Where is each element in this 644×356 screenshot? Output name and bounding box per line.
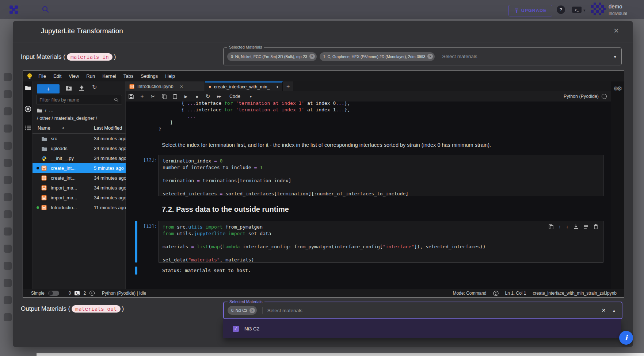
file-row-import-ma-[interactable]: import_ma...34 minutes ago: [33, 183, 126, 193]
file-row-introductio-[interactable]: Introductio...11 minutes ago: [33, 203, 126, 213]
command-mode-indicator[interactable]: Mode: Command: [453, 291, 486, 296]
background-app-icon: [4, 142, 12, 150]
kernel-name[interactable]: Python (Pyodide): [564, 94, 599, 99]
new-tab-button[interactable]: +: [283, 81, 293, 91]
sort-ascending-icon[interactable]: ▲: [62, 126, 65, 129]
code-line: ]: [159, 119, 350, 126]
file-row--init-py[interactable]: __init__.py34 minutes ago: [33, 153, 126, 163]
file-row-uploads[interactable]: uploads34 minutes ago: [33, 143, 126, 153]
move-cell-up-icon[interactable]: ↑: [559, 224, 561, 229]
tab-introduction-ipynb[interactable]: Introduction.ipynb ×: [126, 81, 205, 91]
terminals-icon[interactable]: $_: [75, 291, 80, 295]
file-name: import_ma...: [51, 185, 77, 191]
run-cell-button[interactable]: ▶: [180, 94, 191, 99]
menu-edit[interactable]: Edit: [50, 73, 65, 79]
column-last-modified[interactable]: Last Modified: [94, 125, 122, 131]
cut-cells-button[interactable]: ✂: [148, 93, 159, 99]
material-chip[interactable]: 0: Ni, Nickel, FCC (Fm-3m) 3D (Bulk), mp…: [227, 52, 317, 61]
cell-type-select[interactable]: Code: [229, 94, 240, 99]
dropdown-option-ni3-c2[interactable]: ✓Ni3 C2: [223, 319, 621, 338]
cursor-position[interactable]: Ln 1, Col 1: [505, 291, 526, 296]
help-button[interactable]: ?: [557, 5, 565, 14]
clear-selection-icon[interactable]: ×: [602, 306, 606, 314]
upload-button[interactable]: [79, 85, 84, 91]
code-cell-12[interactable]: termination_index = 0number_of_interface…: [159, 155, 603, 196]
simple-mode-toggle[interactable]: [48, 291, 59, 296]
move-cell-down-icon[interactable]: ↓: [566, 224, 569, 229]
file-row-create-int-[interactable]: create_int...34 minutes ago: [33, 173, 126, 183]
accessibility-icon[interactable]: [493, 291, 499, 296]
output-materials-select[interactable]: Selected Materials 0: Ni3 C2× Select mat…: [223, 302, 622, 319]
breadcrumb[interactable]: / …: [37, 108, 54, 113]
input-select-placeholder[interactable]: Select materials: [442, 54, 477, 59]
chip-remove-icon[interactable]: ×: [427, 54, 433, 59]
input-select-dropdown-icon[interactable]: ▾: [614, 54, 616, 59]
restart-run-all-button[interactable]: ▶▶: [213, 95, 224, 98]
notebook-icon: [41, 185, 48, 191]
insert-cell-button[interactable]: +: [137, 93, 148, 100]
collapse-dropdown-icon[interactable]: ▲: [612, 309, 616, 313]
kernel-status-text[interactable]: Python (Pyodide) | Idle: [102, 291, 146, 296]
terminal-icon: >_: [575, 8, 579, 12]
materials-out-code-chip: materials_out: [72, 305, 121, 313]
upgrade-button[interactable]: UPGRADE: [508, 5, 552, 16]
tab-close-icon[interactable]: ×: [180, 84, 183, 89]
breadcrumb-current-path[interactable]: / other / materials_designer /: [37, 115, 97, 121]
material-chip[interactable]: 0: Ni3 C2×: [228, 306, 257, 315]
restart-kernel-button[interactable]: ↻: [202, 93, 213, 100]
kernel-status-icon[interactable]: [602, 94, 607, 99]
paste-cells-button[interactable]: [169, 94, 180, 99]
file-row-create-int-[interactable]: create_int...5 minutes ago: [33, 163, 126, 173]
brand-logo-icon[interactable]: [9, 5, 13, 9]
output-indicator[interactable]: [135, 267, 137, 275]
kernels-icon[interactable]: [89, 291, 95, 296]
input-materials-select[interactable]: Selected Materials 0: Ni, Nickel, FCC (F…: [223, 47, 622, 65]
file-row-import-ma-[interactable]: import_ma...34 minutes ago: [33, 193, 126, 203]
filter-files-input[interactable]: Filter files by name: [36, 95, 122, 104]
save-button[interactable]: [126, 94, 137, 99]
dialog-close-icon[interactable]: ×: [614, 26, 619, 36]
interrupt-kernel-button[interactable]: ■: [191, 95, 202, 99]
format-cell-icon[interactable]: [583, 225, 588, 229]
code-cell-13[interactable]: from src.utils import from_pymatgenfrom …: [159, 221, 603, 263]
chip-remove-icon[interactable]: ×: [309, 54, 315, 59]
menu-tabs[interactable]: Tabs: [120, 73, 137, 79]
menu-view[interactable]: View: [65, 73, 83, 79]
menu-help[interactable]: Help: [161, 73, 179, 79]
material-chip[interactable]: 1: C, Graphene, HEX (P6/mmm) 2D (Monolay…: [320, 52, 435, 61]
property-inspector-tab-icon[interactable]: ⚙⚙: [613, 85, 621, 92]
file-browser-tab-icon[interactable]: [25, 85, 31, 91]
menu-settings[interactable]: Settings: [137, 73, 161, 79]
chip-remove-icon[interactable]: ×: [249, 308, 255, 313]
new-folder-button[interactable]: [65, 85, 72, 91]
running-sessions-tab-icon[interactable]: [24, 106, 31, 112]
console-caret-icon[interactable]: ▾: [583, 8, 586, 13]
menu-run[interactable]: Run: [83, 73, 99, 79]
insert-cell-below-icon[interactable]: [573, 224, 578, 229]
file-modified: 34 minutes ago: [94, 156, 126, 161]
checkbox-icon[interactable]: ✓: [233, 326, 239, 332]
breadcrumb-root[interactable]: /: [45, 108, 46, 113]
output-select-placeholder[interactable]: Select materials: [267, 308, 302, 313]
breadcrumb-ellipsis[interactable]: …: [49, 108, 54, 113]
home-folder-icon[interactable]: [37, 108, 42, 113]
column-name[interactable]: Name: [38, 125, 50, 131]
copy-cells-button[interactable]: [159, 94, 169, 99]
section-heading[interactable]: 7.2. Pass data to the outside runtime: [162, 205, 289, 214]
tab-create-interface-ipynb[interactable]: create_interface_with_min_ ●: [205, 81, 283, 91]
notebook-scroll-area[interactable]: { ...interface for 'termination at index…: [126, 102, 611, 290]
menu-file[interactable]: File: [35, 73, 50, 79]
avatar[interactable]: [591, 3, 606, 17]
cell-type-caret-icon[interactable]: ▾: [250, 95, 252, 99]
markdown-cell-text[interactable]: Select the index for termination first, …: [162, 142, 491, 148]
info-button[interactable]: i: [619, 331, 633, 345]
new-launcher-button[interactable]: +: [37, 84, 60, 93]
menu-kernel[interactable]: Kernel: [99, 73, 120, 79]
duplicate-cell-icon[interactable]: [549, 224, 553, 229]
delete-cell-icon[interactable]: [594, 224, 598, 229]
file-row-src[interactable]: src34 minutes ago: [33, 134, 126, 143]
search-icon[interactable]: [42, 5, 50, 14]
console-button[interactable]: >_: [572, 7, 582, 13]
table-of-contents-tab-icon[interactable]: [25, 125, 31, 131]
refresh-button[interactable]: ↻: [92, 84, 97, 91]
